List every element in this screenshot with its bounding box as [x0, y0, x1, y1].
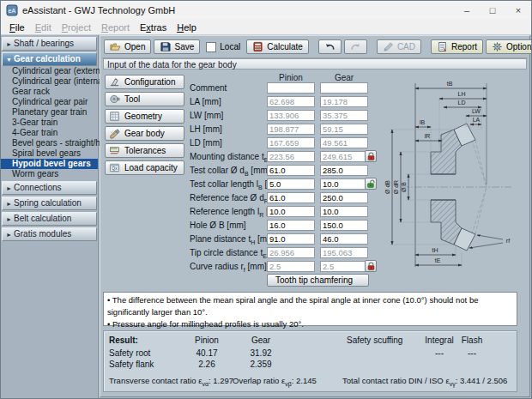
tip-circle-distance-pinion-input: [267, 247, 315, 258]
plane-distance-gear-input[interactable]: [320, 233, 368, 245]
svg-text:Qx: Qx: [112, 166, 118, 171]
sidebar-item-spiral-bevel-gears[interactable]: Spiral bevel gears: [1, 148, 98, 159]
menu-item-help[interactable]: Help: [172, 21, 202, 33]
plane-distance-pinion-input[interactable]: [267, 233, 315, 245]
la-pinion-input: [267, 96, 315, 107]
cad-button-label: CAD: [397, 42, 415, 51]
report-button-label: Report: [451, 42, 477, 51]
undo-icon: [324, 41, 336, 52]
section-button-geometry[interactable]: Geometry: [105, 109, 184, 124]
collapse-arrow-icon: ►: [6, 198, 14, 210]
section-button-load-capacity[interactable]: QxLoad capacity: [105, 160, 184, 175]
form-label-test-collar-diameter: Test collar Ø dB [mm]: [190, 165, 270, 176]
report-button[interactable]: Report: [431, 39, 483, 54]
menu-item-edit: Edit: [30, 21, 57, 33]
sidebar-section-connections[interactable]: ►Connections: [2, 181, 97, 195]
menu-item-project: Project: [57, 21, 96, 33]
sidebar-section-belt-calculation[interactable]: ►Belt calculation: [2, 212, 97, 226]
comment-pinion-input[interactable]: [267, 82, 315, 94]
form-label-lw: LW [mm]: [190, 110, 223, 121]
hole-diameter-pinion-input[interactable]: [267, 220, 315, 231]
sidebar-item-4-gear-train[interactable]: 4-Gear train: [1, 128, 98, 138]
menu-item-file[interactable]: File: [4, 21, 30, 33]
sidebar-item-bevel-gears-straight-helical[interactable]: Bevel gears - straight/helical: [1, 138, 98, 148]
test-collar-diameter-pinion-input[interactable]: [267, 165, 315, 176]
sidebar-item-cylindrical-gear-internal-[interactable]: Cylindrical gear (internal): [1, 76, 98, 87]
calculate-button[interactable]: Calculate: [246, 39, 309, 54]
section-button-gear-body[interactable]: Gear body: [105, 126, 184, 141]
window-title: eAssistant - GWJ Technology GmbH: [22, 5, 175, 15]
section-button-tolerances[interactable]: Tolerances: [105, 143, 184, 158]
results-title: Result:: [109, 336, 138, 345]
tooth-tip-chamfering-button[interactable]: Tooth tip chamfering: [267, 274, 369, 287]
maximize-button[interactable]: □: [480, 1, 505, 20]
test-collar-diameter-gear-input[interactable]: [320, 165, 368, 176]
dim-label-b: Ø B: [401, 182, 407, 192]
ld-gear-input: [320, 137, 368, 148]
section-button-label: Tool: [124, 94, 140, 104]
collapse-arrow-icon: ►: [6, 229, 14, 241]
sidebar-item-worm-gears[interactable]: Worm gears: [1, 169, 98, 179]
checkbox-box: [206, 42, 216, 52]
sidebar-section-spring-calculation[interactable]: ►Spring calculation: [2, 196, 97, 210]
dim-label-th: tH: [432, 247, 438, 253]
sidebar-section-gratis-modules[interactable]: ►Gratis modules: [2, 227, 97, 241]
sidebar-section-shaft-bearings[interactable]: ►Shaft / bearings: [2, 37, 97, 51]
local-checkbox[interactable]: Local: [203, 42, 244, 52]
curve-radius-gear-input: [320, 261, 368, 272]
test-collar-length-pinion-input[interactable]: [267, 178, 315, 190]
safety-flank-pinion-value: 2.26: [177, 360, 237, 369]
menu-item-extras[interactable]: Extras: [135, 21, 172, 33]
undo-button[interactable]: [318, 39, 342, 54]
section-button-tool[interactable]: Tool: [105, 92, 184, 106]
sidebar-item-gear-rack[interactable]: Gear rack: [1, 87, 98, 97]
title-bar: eA eAssistant - GWJ Technology GmbH – □ …: [1, 1, 531, 21]
safety-root-flash-value: ---: [450, 348, 493, 358]
sidebar-navigation: ►Shaft / bearings▼Gear calculationCylind…: [1, 35, 99, 398]
sidebar-item-cylindrical-gear-external-[interactable]: Cylindrical gear (external): [1, 66, 98, 76]
reference-face-diameter-gear-input[interactable]: [320, 192, 368, 203]
sidebar-section-label: Shaft / bearings: [14, 39, 74, 48]
curve-radius-pinion-input: [267, 261, 315, 272]
tip-circle-distance-gear-input: [320, 247, 368, 258]
calculate-button-label: Calculate: [267, 42, 303, 51]
menu-bar: FileEditProjectReportExtrasHelp: [1, 20, 531, 35]
section-button-label: Tolerances: [124, 146, 166, 155]
gear-body-icon: [109, 128, 120, 139]
reference-length-pinion-input[interactable]: [267, 206, 315, 217]
app-window: eA eAssistant - GWJ Technology GmbH – □ …: [0, 0, 532, 399]
sidebar-item-3-gear-train[interactable]: 3-Gear train: [1, 118, 98, 128]
section-button-configuration[interactable]: Configuration: [105, 75, 184, 89]
test-collar-length-gear-input[interactable]: [320, 178, 368, 190]
hints-box: • The difference between the mean spiral…: [103, 292, 517, 326]
save-button[interactable]: Save: [154, 39, 200, 54]
dim-label-db: Ø dB: [384, 180, 390, 194]
close-button[interactable]: ×: [505, 1, 531, 20]
options-button[interactable]: Options: [486, 39, 532, 54]
sidebar-item-cylindrical-gear-pair[interactable]: Cylindrical gear pair: [1, 97, 98, 107]
report-icon: [437, 41, 448, 52]
sidebar-item-planetary-gear-train[interactable]: Planetary gear train: [1, 107, 98, 118]
options-icon: [492, 41, 503, 52]
reference-face-diameter-pinion-input[interactable]: [267, 192, 315, 203]
save-button-label: Save: [174, 42, 194, 51]
section-button-label: Gear body: [124, 129, 165, 138]
sidebar-item-hypoid-bevel-gears[interactable]: Hypoid bevel gears: [1, 159, 98, 169]
form-label-comment: Comment: [190, 82, 227, 94]
gear-body-diagram: tB LH LD LW LA lB lR Ø dB Ø dR Ø B tH tE…: [372, 73, 520, 289]
sidebar-section-gear-calculation[interactable]: ▼Gear calculation: [2, 52, 97, 66]
redo-icon: [350, 41, 361, 52]
configuration-icon: [109, 76, 120, 88]
mounting-distance-gear-input: [320, 151, 368, 162]
collapse-arrow-icon: ►: [6, 214, 14, 226]
reference-length-gear-input[interactable]: [320, 206, 368, 217]
results-col-gear: Gear: [231, 336, 291, 345]
section-button-label: Configuration: [124, 77, 175, 87]
safety-root-label: Safety root: [109, 348, 150, 358]
minimize-button[interactable]: –: [454, 1, 480, 20]
open-button[interactable]: Open: [104, 39, 151, 54]
mounting-distance-pinion-input: [267, 151, 315, 162]
section-button-label: Load capacity: [124, 163, 178, 172]
comment-gear-input[interactable]: [320, 82, 368, 94]
hole-diameter-gear-input[interactable]: [320, 220, 368, 231]
